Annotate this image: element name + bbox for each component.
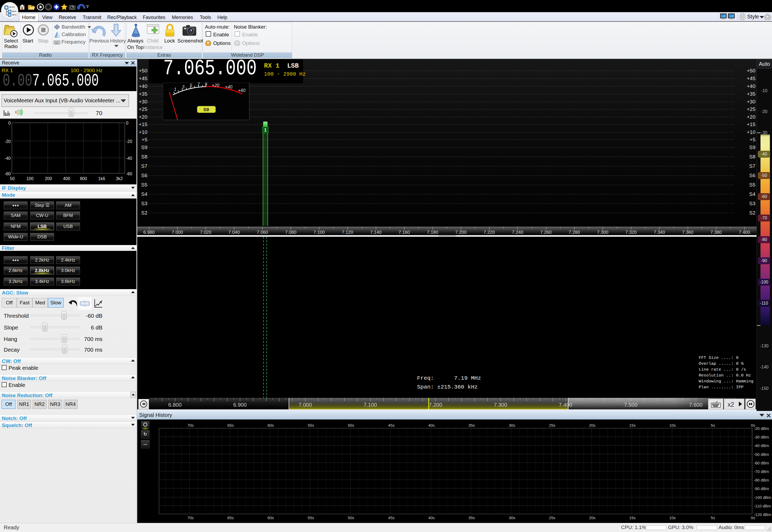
svg-text:+60: +60 [238, 88, 245, 93]
svg-text:7: 7 [198, 83, 200, 87]
svg-text:+40: +40 [225, 85, 232, 89]
svg-text:5: 5 [190, 83, 192, 88]
svg-text:9: 9 [205, 83, 207, 86]
svg-text:S0: S0 [203, 107, 209, 112]
svg-text:3: 3 [182, 85, 184, 89]
svg-text:+20: +20 [212, 83, 219, 88]
svg-text:1: 1 [174, 87, 176, 92]
